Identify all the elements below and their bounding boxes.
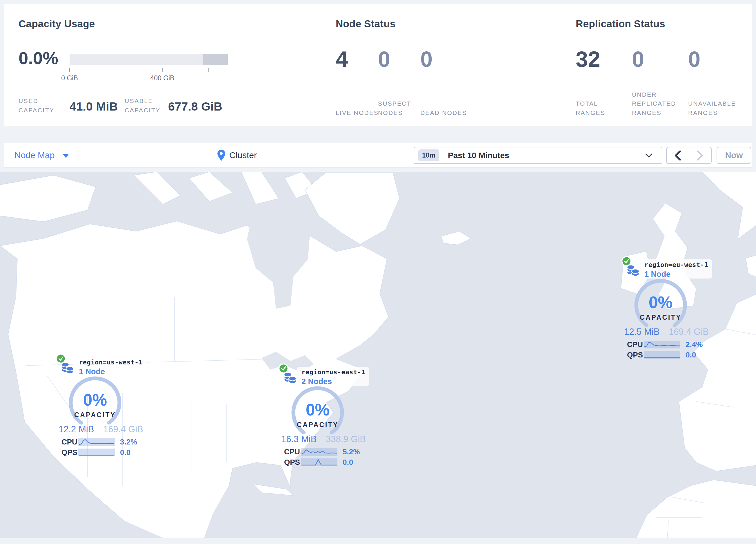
next-time-button[interactable]	[689, 147, 711, 163]
stat-label: TOTAL RANGES	[576, 99, 625, 117]
stat-value: 0	[688, 48, 744, 70]
qps-label: QPS	[627, 351, 644, 360]
previous-time-button[interactable]	[667, 147, 689, 163]
database-icon	[283, 370, 297, 384]
cluster-breadcrumb[interactable]: Cluster	[217, 143, 257, 167]
qps-sparkline	[644, 351, 680, 359]
cpu-value: 5.2%	[343, 447, 360, 456]
capacity-tick-label-0: 0 GiB	[61, 74, 78, 82]
cpu-label: CPU	[284, 447, 301, 456]
gauge-capacity-label: CAPACITY	[297, 421, 339, 429]
region-name: region=eu-west-1	[644, 261, 708, 268]
suspect-nodes-stat: 0 SUSPECT NODES	[378, 48, 420, 117]
gauge-percent: 0%	[306, 402, 330, 418]
region-marker-eu-west-1[interactable]: region=eu-west-1 1 Node 0% CAPACITY 12.5…	[623, 255, 710, 363]
location-pin-icon	[217, 150, 225, 161]
region-used-capacity: 16.3 MiB	[281, 434, 317, 445]
replication-status-title: Replication Status	[576, 18, 665, 30]
database-icon	[61, 360, 74, 374]
region-total-capacity: 169.4 GiB	[103, 424, 143, 435]
capacity-bar	[70, 54, 228, 65]
unavailable-ranges-stat: 0 UNAVAILABLE RANGES	[688, 48, 744, 117]
chevron-down-icon	[645, 153, 653, 158]
cpu-sparkline	[301, 448, 337, 456]
replication-status-stats: 32 TOTAL RANGES 0 UNDER-REPLICATED RANGE…	[576, 48, 744, 117]
time-range-badge: 10m	[418, 149, 439, 161]
stat-label: UNAVAILABLE RANGES	[688, 99, 737, 117]
region-total-capacity: 338.9 GiB	[326, 434, 366, 445]
qps-sparkline	[78, 449, 115, 456]
chevron-right-icon	[697, 150, 703, 160]
region-name: region=us-east-1	[301, 369, 365, 376]
capacity-gauge-text: 0% CAPACITY	[289, 384, 347, 442]
gauge-percent: 0%	[83, 392, 107, 408]
capacity-axis-tick	[208, 68, 209, 72]
capacity-usage-title: Capacity Usage	[19, 18, 95, 30]
view-toolbar: Node Map Cluster 10m Past 10 Minutes Now	[4, 143, 752, 168]
page: { "summary": { "capacity": { "title": "C…	[0, 0, 756, 544]
qps-sparkline	[301, 458, 337, 466]
stat-value: 32	[576, 48, 632, 70]
node-map-view-selector[interactable]: Node Map	[14, 143, 69, 167]
node-status-title: Node Status	[336, 18, 395, 30]
cpu-sparkline	[644, 341, 680, 349]
time-range-label: Past 10 Minutes	[448, 151, 509, 160]
live-nodes-stat: 4 LIVE NODES	[336, 48, 378, 117]
view-selector-label: Node Map	[14, 150, 54, 160]
capacity-axis-tick	[116, 68, 116, 72]
cpu-value: 2.4%	[686, 340, 703, 349]
capacity-tick-label-400: 400 GiB	[150, 74, 174, 82]
stat-value: 4	[336, 48, 378, 70]
dead-nodes-stat: 0 DEAD NODES	[420, 48, 463, 117]
capacity-axis-tick	[69, 68, 70, 72]
now-button[interactable]: Now	[717, 147, 751, 164]
qps-value: 0.0	[120, 448, 130, 457]
total-ranges-stat: 32 TOTAL RANGES	[576, 48, 632, 117]
region-marker-us-east-1[interactable]: region=us-east-1 2 Nodes 0% CAPACITY 16.…	[280, 363, 367, 470]
node-status-stats: 4 LIVE NODES 0 SUSPECT NODES 0 DEAD NODE…	[336, 48, 463, 117]
capacity-axis-tick	[162, 68, 163, 72]
region-used-capacity: 12.2 MiB	[59, 424, 94, 435]
cpu-label: CPU	[627, 340, 644, 349]
capacity-percent: 0.0%	[19, 48, 58, 68]
chevron-left-icon	[675, 150, 681, 160]
used-capacity-value: 41.0 MiB	[70, 100, 118, 113]
region-marker-us-west-1[interactable]: region=us-west-1 1 Node 0% CAPACITY 12.2…	[57, 353, 144, 460]
capacity-bar-reserved-segment	[203, 54, 228, 65]
usable-capacity-label: USABLE CAPACITY	[125, 96, 170, 115]
cpu-sparkline	[78, 438, 115, 446]
cluster-summary-panel: Capacity Usage 0.0% 0 GiB 400 GiB USED C…	[4, 4, 752, 127]
stat-label: DEAD NODES	[420, 108, 470, 117]
database-icon	[626, 263, 640, 277]
stat-value: 0	[632, 48, 688, 70]
stat-label: SUSPECT NODES	[378, 99, 427, 117]
stat-label: LIVE NODES	[336, 108, 385, 117]
gauge-capacity-label: CAPACITY	[74, 411, 116, 419]
capacity-gauge-text: 0% CAPACITY	[632, 276, 690, 334]
under-replicated-ranges-stat: 0 UNDER-REPLICATED RANGES	[632, 48, 688, 117]
cpu-value: 3.2%	[120, 438, 137, 447]
region-used-capacity: 12.5 MiB	[624, 327, 659, 337]
qps-label: QPS	[61, 448, 78, 457]
region-name: region=us-west-1	[79, 359, 143, 366]
caret-down-icon	[63, 154, 69, 158]
stat-value: 0	[420, 48, 463, 70]
gauge-percent: 0%	[649, 294, 673, 311]
stat-label: UNDER-REPLICATED RANGES	[632, 90, 681, 117]
node-map: region=us-west-1 1 Node 0% CAPACITY 12.2…	[0, 172, 756, 538]
cpu-label: CPU	[61, 438, 78, 447]
region-total-capacity: 169.4 GiB	[669, 327, 709, 337]
capacity-gauge-text: 0% CAPACITY	[66, 374, 124, 432]
time-range-selector[interactable]: 10m Past 10 Minutes	[414, 147, 662, 164]
stat-value: 0	[378, 48, 420, 70]
qps-label: QPS	[284, 458, 301, 467]
usable-capacity-value: 677.8 GiB	[168, 100, 222, 113]
gauge-capacity-label: CAPACITY	[640, 314, 682, 322]
time-step-buttons	[666, 147, 712, 164]
used-capacity-label: USED CAPACITY	[19, 96, 63, 115]
breadcrumb-label: Cluster	[229, 150, 257, 160]
qps-value: 0.0	[343, 458, 353, 467]
qps-value: 0.0	[686, 351, 696, 360]
